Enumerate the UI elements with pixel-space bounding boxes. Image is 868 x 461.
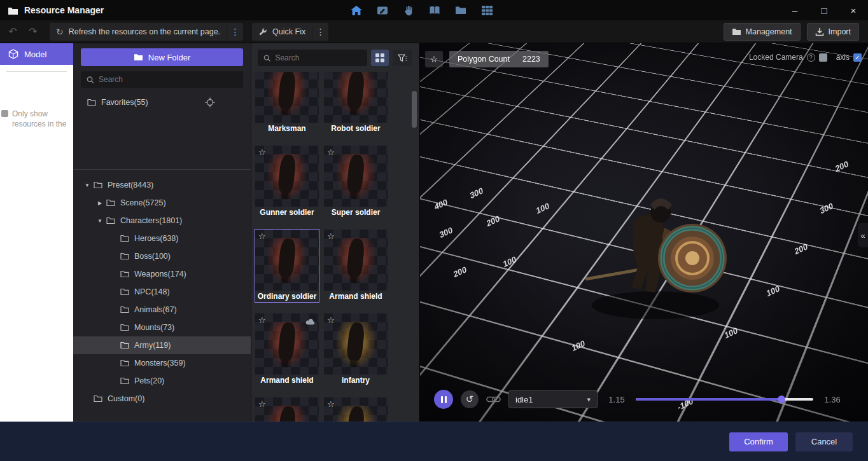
shield bbox=[658, 224, 727, 292]
home-icon[interactable] bbox=[349, 3, 364, 18]
undo-icon[interactable]: ↶ bbox=[5, 24, 20, 39]
media-edit-icon[interactable] bbox=[375, 3, 390, 18]
favorite-star-icon[interactable]: ☆ bbox=[258, 399, 266, 409]
new-folder-button[interactable]: New Folder bbox=[81, 48, 243, 66]
folder-icon bbox=[94, 181, 102, 189]
preview-viewport[interactable]: 400 300 300 200 100 200 100 100 300 200 … bbox=[420, 43, 868, 422]
slider-thumb[interactable] bbox=[778, 396, 785, 403]
favorites-row[interactable]: Favorites(55) bbox=[73, 92, 251, 113]
tab-model[interactable]: Model bbox=[0, 43, 73, 65]
grid-number-label: 200 bbox=[452, 264, 467, 279]
grid-nav-icon[interactable] bbox=[479, 3, 494, 18]
kebab-icon: ⋮ bbox=[316, 27, 325, 37]
asset-card-gunner-soldier[interactable]: ☆ Gunner soldier bbox=[255, 146, 319, 218]
redo-icon[interactable]: ↷ bbox=[25, 24, 41, 39]
favorite-star-icon[interactable]: ☆ bbox=[258, 148, 266, 157]
asset-scrollbar[interactable] bbox=[412, 72, 417, 419]
tree-item-pets[interactable]: Pets(20) bbox=[73, 372, 251, 390]
favorite-star-icon[interactable]: ☆ bbox=[327, 399, 335, 409]
axis-checkbox[interactable]: ✓ bbox=[853, 53, 862, 62]
asset-card-partial[interactable]: ☆ bbox=[324, 397, 388, 422]
hand-icon[interactable] bbox=[401, 3, 416, 18]
quick-fix-menu-button[interactable]: ⋮ bbox=[312, 23, 328, 41]
loop-link-button[interactable] bbox=[486, 396, 501, 403]
favorite-star-icon[interactable]: ☆ bbox=[258, 231, 266, 241]
tree-item-preset[interactable]: ▼ Preset(8443) bbox=[73, 176, 251, 194]
preview-favorite-button[interactable]: ☆ bbox=[425, 51, 443, 67]
tree-item-army[interactable]: Army(119) bbox=[73, 336, 251, 354]
tree-item-label: Weapons(174) bbox=[134, 270, 186, 279]
folder-search-input[interactable] bbox=[99, 75, 237, 84]
management-button[interactable]: Management bbox=[724, 23, 801, 41]
asset-card-robot-soldier[interactable]: ☆ Robot soldier bbox=[324, 72, 388, 134]
asset-card-armand-shield[interactable]: ☆ Armand shield bbox=[324, 230, 388, 302]
confirm-button[interactable]: Confirm bbox=[729, 432, 788, 451]
cancel-button[interactable]: Cancel bbox=[795, 432, 853, 451]
favorite-star-icon[interactable]: ☆ bbox=[327, 72, 335, 73]
asset-card-infantry[interactable]: ☆ infantry bbox=[324, 313, 388, 386]
tree-item-mounts[interactable]: Mounts(73) bbox=[73, 319, 251, 336]
tree-item-boss[interactable]: Boss(100) bbox=[73, 247, 251, 265]
tree-item-monsters[interactable]: Monsters(359) bbox=[73, 354, 251, 372]
locked-camera-label: Locked Camera bbox=[749, 53, 803, 62]
asset-name: Ordinary soldier bbox=[255, 291, 319, 302]
quick-fix-button[interactable]: Quick Fix bbox=[252, 23, 312, 41]
grid-number-label: 100 bbox=[535, 200, 550, 216]
favorite-star-icon[interactable]: ☆ bbox=[327, 148, 335, 157]
animation-select[interactable]: idle1 ▾ bbox=[508, 390, 598, 408]
collapse-panel-button[interactable]: « bbox=[858, 223, 868, 247]
slider-track[interactable] bbox=[636, 398, 813, 401]
asset-search[interactable] bbox=[258, 50, 367, 66]
character-model[interactable] bbox=[579, 183, 729, 323]
favorite-star-icon[interactable]: ☆ bbox=[327, 231, 335, 241]
locate-icon[interactable] bbox=[205, 97, 215, 107]
management-label: Management bbox=[746, 27, 792, 36]
pause-button[interactable] bbox=[434, 390, 453, 409]
favorite-star-icon[interactable]: ☆ bbox=[327, 315, 335, 325]
asset-card-armand-shield-2[interactable]: ☆ Armand shield bbox=[255, 313, 319, 386]
tree-item-animals[interactable]: Animals(67) bbox=[73, 301, 251, 319]
tree-item-npc[interactable]: NPC(148) bbox=[73, 283, 251, 301]
maximize-button[interactable]: □ bbox=[809, 0, 839, 20]
asset-thumbnail: ☆ bbox=[324, 397, 388, 422]
timeline-slider[interactable] bbox=[636, 395, 813, 404]
refresh-label: Refresh the resources on the current pag… bbox=[69, 27, 220, 36]
asset-card-partial[interactable]: ☆ bbox=[255, 397, 319, 422]
management-folder-icon bbox=[732, 28, 741, 36]
tree-item-custom[interactable]: Custom(0) bbox=[73, 390, 251, 408]
close-button[interactable]: × bbox=[839, 0, 868, 20]
locked-camera-checkbox[interactable] bbox=[819, 53, 827, 62]
library-icon[interactable] bbox=[427, 3, 442, 18]
asset-card-super-soldier[interactable]: ☆ Super soldier bbox=[324, 146, 388, 218]
scrollbar-thumb[interactable] bbox=[412, 91, 417, 128]
asset-thumbnail: ☆ bbox=[255, 313, 319, 375]
caret-down-icon[interactable]: ▼ bbox=[96, 218, 104, 224]
tree-item-scene[interactable]: ▶ Scene(5725) bbox=[73, 194, 251, 212]
asset-thumbnail: ☆ bbox=[255, 397, 319, 422]
folder-icon bbox=[120, 306, 129, 313]
replay-button[interactable]: ↺ bbox=[461, 390, 479, 408]
minimize-button[interactable]: – bbox=[780, 0, 809, 20]
tree-item-heroes[interactable]: Heroes(638) bbox=[73, 230, 251, 247]
tree-item-characters[interactable]: ▼ Characters(1801) bbox=[73, 212, 251, 230]
refresh-button[interactable]: ↻ Refresh the resources on the current p… bbox=[50, 23, 227, 41]
help-icon[interactable]: ? bbox=[807, 53, 815, 62]
folder-search[interactable] bbox=[81, 71, 243, 88]
tree-item-weapons[interactable]: Weapons(174) bbox=[73, 265, 251, 283]
favorite-star-icon[interactable]: ☆ bbox=[258, 315, 266, 325]
asset-card-marksman[interactable]: ☆ Marksman bbox=[255, 72, 319, 134]
filter-button[interactable] bbox=[393, 50, 412, 66]
refresh-menu-button[interactable]: ⋮ bbox=[227, 23, 243, 41]
only-show-checkbox[interactable] bbox=[1, 110, 8, 117]
favorite-star-icon[interactable]: ☆ bbox=[258, 72, 266, 73]
grid-view-button[interactable] bbox=[371, 50, 389, 66]
import-button[interactable]: Import bbox=[807, 23, 859, 41]
asset-search-input[interactable] bbox=[275, 53, 361, 62]
caret-down-icon[interactable]: ▼ bbox=[83, 182, 91, 188]
caret-right-icon[interactable]: ▶ bbox=[96, 200, 104, 206]
cloud-download-icon[interactable] bbox=[305, 316, 316, 327]
asset-card-ordinary-soldier-selected[interactable]: ☆ Ordinary soldier bbox=[255, 230, 319, 302]
pause-icon bbox=[441, 396, 443, 403]
asset-thumbnail: ☆ bbox=[255, 72, 319, 123]
folder-nav-icon[interactable] bbox=[453, 3, 468, 18]
